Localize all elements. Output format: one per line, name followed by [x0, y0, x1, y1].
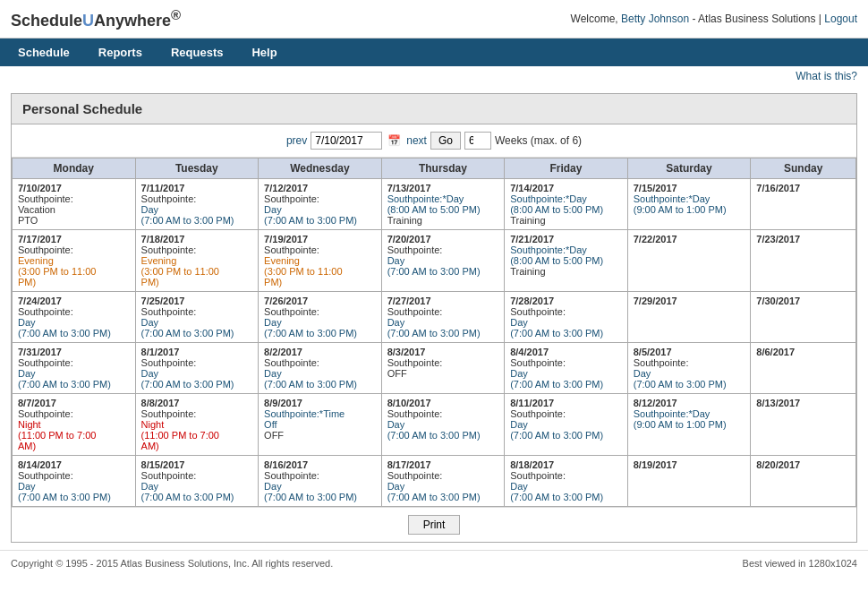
- calendar-cell-1-0: 7/17/2017Southpointe:Evening(3:00 PM to …: [13, 230, 136, 292]
- cell-line: Southpointe:: [264, 193, 376, 204]
- cell-date: 7/26/2017: [264, 296, 376, 306]
- cell-line: Southpointe:: [387, 470, 499, 481]
- cell-line: (7:00 AM to 3:00 PM): [141, 215, 253, 226]
- prev-link[interactable]: prev: [286, 134, 307, 147]
- cell-date: 7/11/2017: [141, 183, 253, 193]
- cell-date: 7/27/2017: [387, 296, 499, 306]
- logo-highlight: U: [82, 12, 94, 30]
- cell-line: Southpointe:: [18, 306, 130, 317]
- cell-line: Day: [510, 481, 622, 492]
- calendar-cell-4-3: 8/10/2017Southpointe:Day(7:00 AM to 3:00…: [381, 394, 505, 456]
- cell-line: Day: [510, 419, 622, 430]
- nav-reports[interactable]: Reports: [84, 39, 157, 66]
- calendar-cell-1-5: 7/22/2017: [627, 230, 751, 292]
- cell-line: Southpointe:: [141, 470, 253, 481]
- cell-line: OFF: [264, 430, 376, 441]
- cell-date: 8/14/2017: [18, 459, 130, 470]
- cell-line: Night: [18, 419, 130, 430]
- calendar-cell-5-3: 8/17/2017Southpointe:Day(7:00 AM to 3:00…: [381, 456, 505, 507]
- cell-date: 7/22/2017: [634, 234, 745, 244]
- cell-line: Day: [18, 368, 130, 379]
- cell-date: 7/23/2017: [756, 234, 850, 244]
- cell-line: AM): [141, 441, 253, 451]
- calendar-cell-2-2: 7/26/2017Southpointe:Day(7:00 AM to 3:00…: [259, 292, 382, 343]
- cell-date: 7/15/2017: [634, 183, 745, 193]
- company-name: Atlas Business Solutions: [698, 13, 815, 25]
- cell-date: 8/7/2017: [18, 398, 130, 408]
- cell-date: 8/11/2017: [510, 398, 622, 408]
- go-button[interactable]: Go: [430, 132, 461, 150]
- cell-date: 8/1/2017: [141, 347, 253, 357]
- calendar-icon[interactable]: 📅: [387, 134, 401, 147]
- cell-line: Southpointe:: [141, 357, 253, 368]
- cell-line: Day: [387, 481, 499, 492]
- col-tuesday: Tuesday: [135, 159, 259, 179]
- calendar-row-2: 7/24/2017Southpointe:Day(7:00 AM to 3:00…: [13, 292, 856, 343]
- cell-line: OFF: [387, 368, 499, 379]
- cell-line: Southpointe:: [18, 357, 130, 368]
- cell-line: Southpointe:: [141, 306, 253, 317]
- nav-requests[interactable]: Requests: [157, 39, 238, 66]
- cell-date: 7/12/2017: [264, 183, 376, 193]
- calendar-cell-3-1: 8/1/2017Southpointe:Day(7:00 AM to 3:00 …: [135, 343, 259, 394]
- col-saturday: Saturday: [627, 159, 751, 179]
- cell-date: 8/16/2017: [264, 459, 376, 470]
- calendar-cell-4-6: 8/13/2017: [751, 394, 856, 456]
- cell-line: Vacation: [18, 204, 130, 215]
- cell-line: Southpointe:: [634, 357, 745, 368]
- main-content: Personal Schedule prev 📅 next Go Weeks (…: [11, 93, 857, 543]
- nav-help[interactable]: Help: [237, 39, 291, 66]
- calendar-cell-0-4: 7/14/2017Southpointe:*Day(8:00 AM to 5:0…: [505, 179, 628, 230]
- cell-line: (7:00 AM to 3:00 PM): [264, 379, 376, 390]
- cell-line: (7:00 AM to 3:00 PM): [387, 492, 499, 502]
- cell-date: 8/15/2017: [141, 459, 253, 470]
- calendar-cell-5-2: 8/16/2017Southpointe:Day(7:00 AM to 3:00…: [259, 456, 382, 507]
- cell-date: 8/20/2017: [756, 459, 850, 470]
- calendar-header-row: Monday Tuesday Wednesday Thursday Friday…: [13, 159, 856, 179]
- nav-schedule[interactable]: Schedule: [4, 39, 84, 66]
- cell-line: (7:00 AM to 3:00 PM): [510, 492, 622, 502]
- cell-line: Southpointe:: [387, 357, 499, 368]
- weeks-input[interactable]: [464, 132, 491, 150]
- cell-line: (9:00 AM to 1:00 PM): [634, 204, 745, 215]
- cell-line: (7:00 AM to 3:00 PM): [264, 492, 376, 502]
- cell-line: Training: [387, 215, 499, 226]
- cell-line: (7:00 AM to 3:00 PM): [141, 492, 253, 502]
- cell-line: Southpointe:: [264, 244, 376, 255]
- welcome-area: Welcome, Betty Johnson - Atlas Business …: [571, 13, 857, 25]
- cell-line: (7:00 AM to 3:00 PM): [264, 328, 376, 339]
- calendar-cell-3-2: 8/2/2017Southpointe:Day(7:00 AM to 3:00 …: [259, 343, 382, 394]
- cell-line: Southpointe:: [18, 193, 130, 204]
- cell-line: Day: [18, 317, 130, 328]
- cell-line: Southpointe:: [387, 244, 499, 255]
- cell-date: 8/10/2017: [387, 398, 499, 408]
- cell-line: Evening: [141, 255, 253, 266]
- cell-date: 7/17/2017: [18, 234, 130, 244]
- calendar-row-1: 7/17/2017Southpointe:Evening(3:00 PM to …: [13, 230, 856, 292]
- cell-line: PM): [141, 277, 253, 287]
- cell-line: Day: [387, 317, 499, 328]
- col-wednesday: Wednesday: [259, 159, 382, 179]
- date-input[interactable]: [311, 132, 382, 150]
- cell-line: Day: [141, 368, 253, 379]
- whatisthis-bar: What is this?: [0, 66, 868, 86]
- cell-date: 8/17/2017: [387, 459, 499, 470]
- next-link[interactable]: next: [406, 134, 427, 147]
- logout-link[interactable]: Logout: [824, 13, 857, 25]
- cell-line: (7:00 AM to 3:00 PM): [387, 328, 499, 339]
- user-name-link[interactable]: Betty Johnson: [621, 13, 689, 25]
- cell-line: (7:00 AM to 3:00 PM): [18, 328, 130, 339]
- calendar-cell-3-6: 8/6/2017: [751, 343, 856, 394]
- calendar-cell-1-6: 7/23/2017: [751, 230, 856, 292]
- cell-line: Day: [264, 204, 376, 215]
- cell-date: 7/28/2017: [510, 296, 622, 306]
- cell-date: 8/12/2017: [634, 398, 745, 408]
- cell-date: 7/16/2017: [756, 183, 850, 193]
- cell-line: Southpointe:: [264, 306, 376, 317]
- whatisthis-link[interactable]: What is this?: [796, 70, 857, 82]
- calendar-row-4: 8/7/2017Southpointe:Night(11:00 PM to 7:…: [13, 394, 856, 456]
- cell-line: Training: [510, 266, 622, 277]
- calendar-cell-0-3: 7/13/2017Southpointe:*Day(8:00 AM to 5:0…: [381, 179, 505, 230]
- print-button[interactable]: Print: [408, 515, 461, 535]
- calendar-row-0: 7/10/2017Southpointe:VacationPTO7/11/201…: [13, 179, 856, 230]
